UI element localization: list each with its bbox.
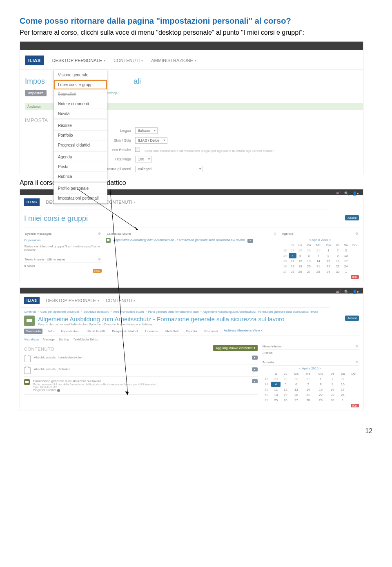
calendar-day[interactable]: 19 — [281, 392, 290, 398]
gear-icon[interactable]: ⚙ — [98, 258, 101, 261]
calendar-day[interactable]: 17 — [337, 387, 348, 392]
mail-icon[interactable]: ✉1 — [336, 191, 341, 196]
tab-impostazioni[interactable]: Impostaz — [25, 90, 47, 96]
calendar-day[interactable]: 20 — [290, 392, 302, 398]
calendar-day[interactable]: 1 — [323, 248, 334, 253]
calendar-day[interactable]: 14 — [314, 258, 323, 264]
calendar-day[interactable]: 9 — [334, 253, 342, 258]
sys-msg-link[interactable]: Copernicus — [24, 237, 102, 243]
calendar-day[interactable]: 26 — [281, 398, 290, 403]
calendar-day[interactable]: 3 — [337, 376, 348, 382]
calendar-day[interactable]: 12 — [296, 258, 304, 264]
select-lingua[interactable]: Italiano — [135, 127, 158, 134]
calendar-day[interactable]: 27 — [304, 269, 314, 274]
ical-badge[interactable]: iCal — [351, 404, 359, 407]
search-icon[interactable]: 🔍 — [344, 191, 349, 196]
calendar-day[interactable]: 29 — [281, 376, 290, 382]
actions-dropdown-icon[interactable]: ▾ — [252, 367, 258, 371]
dd-note[interactable]: Note e commenti — [54, 99, 107, 109]
dd-risorse[interactable]: Risorse — [54, 121, 107, 131]
calendar-day[interactable]: 26 — [296, 269, 304, 274]
calendar-day[interactable]: 5 — [281, 382, 290, 387]
subtab-manage[interactable]: Manage — [43, 338, 55, 341]
nav-desktop-personale[interactable]: DESKTOP PERSONALE ▾ — [52, 58, 105, 63]
nav-contenuti[interactable]: CONTENUTI ▾ — [106, 298, 135, 303]
gear-icon[interactable]: ⚙ — [98, 232, 101, 236]
actions-dropdown-icon[interactable]: ▾ — [252, 356, 258, 360]
calendar-day[interactable]: 30 — [334, 269, 342, 274]
avatar[interactable]: 👤▾ — [352, 191, 359, 196]
tab-info[interactable]: Info — [47, 329, 55, 334]
calendar-day[interactable]: 4 — [289, 253, 296, 258]
calendar-day[interactable]: 11 — [289, 258, 296, 264]
calendar-day[interactable]: 27 — [290, 398, 302, 403]
azioni-button[interactable]: Azioni — [345, 215, 359, 220]
calendar-day[interactable]: 21 — [314, 264, 323, 269]
calendar-day[interactable]: 16 — [334, 258, 342, 264]
subtab-text-media-editor[interactable]: Text/Media Editor — [73, 338, 98, 341]
calendar-month[interactable]: < Aprile 2016 > — [262, 366, 359, 371]
calendar-day[interactable]: 31 — [314, 248, 323, 253]
list-item[interactable]: Abschlusstests _Schulen ▾ — [24, 365, 258, 377]
mail-icon[interactable]: ✉1 — [336, 290, 341, 294]
calendar-day[interactable]: 24 — [342, 264, 350, 269]
gear-icon[interactable]: ⚙ — [274, 232, 276, 236]
dd-profilo[interactable]: Profilo personale — [54, 184, 107, 193]
calendar-day[interactable]: 11 — [271, 387, 281, 392]
calendar-day[interactable]: 12 — [281, 387, 290, 392]
calendar-day[interactable]: 29 — [296, 248, 304, 253]
list-item[interactable]: Abschlusstests _Landesbereiche ▾ — [24, 353, 258, 365]
nav-contenuti[interactable]: CONTENUTI ▾ — [114, 58, 143, 63]
calendar-day[interactable]: 30 — [290, 376, 302, 382]
calendar-day[interactable]: 18 — [271, 392, 281, 398]
calendar-day[interactable]: 30 — [327, 398, 338, 403]
calendar-day[interactable]: 1 — [337, 398, 348, 403]
nav-contenuti[interactable]: CONTENUTI ▾ — [106, 200, 135, 205]
calendar-day[interactable]: 1 — [314, 376, 327, 382]
calendar-day[interactable]: 17 — [342, 258, 350, 264]
gear-icon[interactable]: ⚙ — [355, 360, 358, 364]
calendar-day[interactable]: 1 — [342, 269, 350, 274]
tab-esporta[interactable]: Esporta — [184, 329, 199, 334]
calendar-day[interactable]: 4 — [271, 382, 281, 387]
calendar-day[interactable]: 23 — [334, 264, 342, 269]
calendar-day[interactable]: 16 — [327, 387, 338, 392]
tab-metadati[interactable]: MetaDati — [164, 329, 180, 334]
calendar-day[interactable]: 7 — [314, 253, 323, 258]
dd-agenda[interactable]: Agenda — [54, 152, 107, 162]
tab-contenuto[interactable]: Contenuto — [24, 329, 42, 334]
gear-icon[interactable]: ⚙ — [355, 345, 358, 348]
calendar-day[interactable]: 7 — [302, 382, 314, 387]
nav-amministrazione[interactable]: AMMINISTRAZIONE ▾ — [151, 58, 196, 63]
calendar-day[interactable]: 10 — [342, 253, 350, 258]
dd-overview[interactable]: Visione generale — [54, 70, 107, 80]
add-element-button[interactable]: Aggiungi nuovo elemento ▾ — [213, 345, 258, 351]
search-icon[interactable]: 🔍 — [344, 290, 349, 294]
calendar-day[interactable]: 29 — [314, 398, 327, 403]
rss-badge[interactable]: RSS — [93, 269, 102, 273]
calendar-day[interactable]: 6 — [290, 382, 302, 387]
dd-novita[interactable]: Novità — [54, 109, 107, 119]
calendar-day[interactable]: 8 — [314, 382, 327, 387]
calendar-day[interactable]: 21 — [302, 392, 314, 398]
dd-portfolio[interactable]: Portfolio — [54, 131, 107, 140]
calendar-day[interactable]: 6 — [304, 253, 314, 258]
azioni-button[interactable]: Azioni — [345, 316, 359, 321]
dd-my-courses[interactable]: I miei corsi e gruppi — [54, 80, 107, 89]
calendar-day[interactable]: 19 — [296, 264, 304, 269]
calendar-day[interactable]: 9 — [327, 382, 338, 387]
calendar-day[interactable]: 22 — [323, 264, 334, 269]
gear-icon[interactable]: ⚙ — [355, 232, 358, 236]
breadcrumb-item[interactable]: Corsi per dipendenti provinciali — [40, 310, 80, 313]
subtab-sorting[interactable]: Sorting — [59, 338, 69, 341]
calendar-day[interactable]: 2 — [334, 248, 342, 253]
calendar-day[interactable]: 2 — [327, 376, 338, 382]
calendar-day[interactable]: 15 — [314, 387, 327, 392]
calendar-day[interactable]: 28 — [302, 398, 314, 403]
breadcrumb-item[interactable]: Contenuti — [24, 310, 36, 313]
dd-rubrica[interactable]: Rubrica — [54, 172, 107, 182]
calendar-month[interactable]: < Aprile 2016 > — [281, 237, 359, 242]
calendar-day[interactable]: 20 — [304, 264, 314, 269]
select-hits[interactable]: 100 — [135, 156, 152, 162]
avatar[interactable]: 👤▾ — [352, 290, 359, 294]
